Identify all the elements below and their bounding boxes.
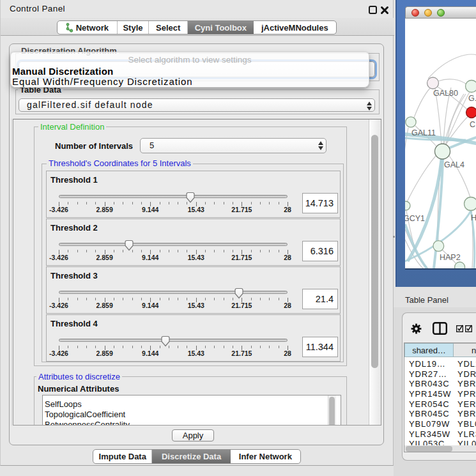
- svg-text:C: C: [470, 120, 475, 129]
- svg-text:H: H: [471, 213, 476, 222]
- svg-text:GAL4: GAL4: [444, 160, 464, 169]
- svg-text:G.: G.: [468, 94, 476, 103]
- svg-text:GAL11: GAL11: [411, 128, 436, 137]
- svg-text:GCY1: GCY1: [405, 214, 425, 223]
- svg-text:GAL80: GAL80: [433, 89, 458, 98]
- svg-text:HAP2: HAP2: [440, 253, 461, 262]
